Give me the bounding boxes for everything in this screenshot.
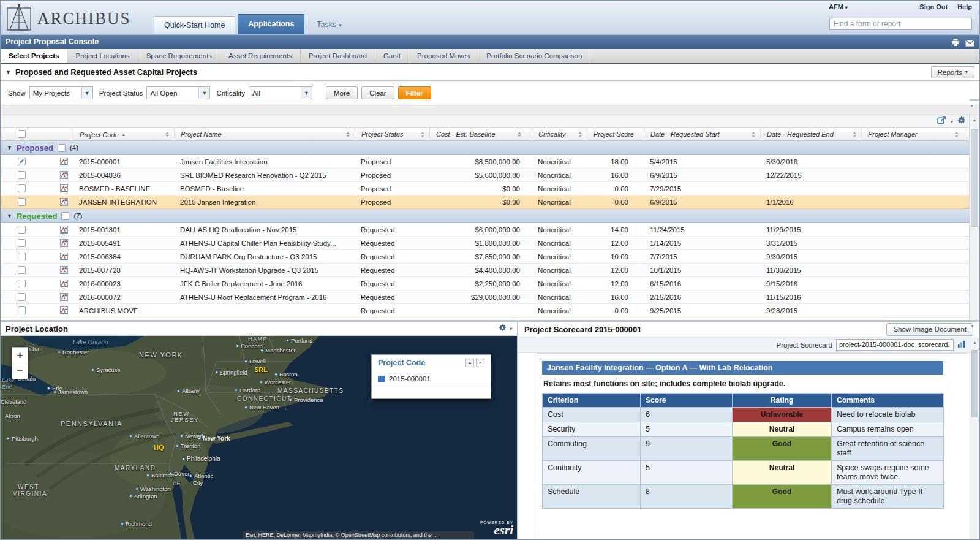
- find-form-input[interactable]: [829, 18, 972, 30]
- map-canvas[interactable]: Lake OntarioHamiltonRochesterNEW YORKHAM…: [1, 336, 517, 540]
- criticality-select[interactable]: All ▼: [249, 86, 312, 99]
- afm-menu[interactable]: AFM▾: [829, 3, 848, 10]
- map-label-text: Portland: [291, 337, 312, 344]
- row-checkbox[interactable]: [18, 306, 26, 314]
- chevron-down-icon[interactable]: ▾: [510, 326, 512, 332]
- tab-gantt[interactable]: Gantt: [375, 49, 409, 63]
- tab-project-locations[interactable]: Project Locations: [67, 49, 138, 63]
- row-checkbox[interactable]: ✓: [18, 158, 26, 165]
- project-row-2016-000023[interactable]: 2016-000023JFK C Boiler Replacement - Ju…: [1, 277, 979, 291]
- group-checkbox[interactable]: [58, 144, 66, 152]
- column-header-date-requested-start[interactable]: Date - Requested Start: [644, 128, 759, 141]
- column-header-project-manager[interactable]: Project Manager: [861, 128, 962, 141]
- zoom-in-button[interactable]: +: [12, 347, 28, 363]
- project-row-2015-001301[interactable]: 2015-001301DALLAS HQ Reallocation - Nov …: [1, 223, 979, 237]
- popup-close-icon[interactable]: ×: [476, 359, 484, 367]
- sort-icon[interactable]: [626, 132, 630, 137]
- sign-out-link[interactable]: Sign Out: [919, 3, 948, 10]
- show-select[interactable]: My Projects ▼: [29, 86, 93, 99]
- row-checkbox[interactable]: [18, 198, 26, 206]
- column-header-date-requested-end[interactable]: Date - Requested End: [760, 128, 860, 141]
- row-checkbox[interactable]: [18, 266, 26, 274]
- grid-vertical-scrollbar[interactable]: ▲ ▼: [969, 115, 979, 320]
- column-header-cost-est-baseline[interactable]: Cost - Est. Baseline: [429, 128, 525, 141]
- collapse-triangle-icon[interactable]: ▼: [7, 145, 12, 151]
- nav-quick-start-home[interactable]: Quick-Start Home: [154, 16, 235, 34]
- gear-icon[interactable]: [957, 116, 966, 127]
- sort-icon[interactable]: [165, 132, 170, 137]
- sort-icon[interactable]: [752, 132, 756, 137]
- clear-button[interactable]: Clear: [361, 86, 394, 99]
- zoom-out-button[interactable]: −: [12, 363, 28, 379]
- project-row-2016-000072[interactable]: 2016-000072ATHENS-U Roof Replacement Pro…: [1, 291, 979, 304]
- tab-project-dashboard[interactable]: Project Dashboard: [301, 49, 375, 63]
- chart-icon[interactable]: [957, 340, 966, 349]
- column-header-project-status[interactable]: Project Status: [355, 128, 428, 141]
- tab-proposed-moves[interactable]: Proposed Moves: [409, 49, 478, 63]
- print-icon[interactable]: [951, 37, 960, 51]
- project-row-jansen-integration[interactable]: JANSEN-INTEGRATION2015 Jansen Integratio…: [1, 196, 979, 209]
- tab-select-projects[interactable]: Select Projects: [1, 49, 67, 63]
- cell-score: 0.00: [587, 196, 633, 209]
- project-row-2015-004836[interactable]: 2015-004836SRL BIOMED Research Renovatio…: [1, 169, 979, 182]
- map-label-text: Atlantic: [194, 473, 213, 479]
- collapse-triangle-icon[interactable]: ▼: [7, 213, 12, 219]
- row-checkbox[interactable]: [18, 226, 26, 234]
- export-icon[interactable]: [937, 116, 946, 127]
- more-button[interactable]: More: [326, 86, 358, 99]
- scroll-thumb[interactable]: [971, 350, 978, 417]
- collapse-triangle-icon[interactable]: ▼: [6, 69, 11, 75]
- popup-collapse-icon[interactable]: ▴: [466, 359, 474, 367]
- city-dot: [260, 349, 263, 352]
- nav-applications[interactable]: Applications: [238, 14, 304, 34]
- group-header-proposed[interactable]: ▼Proposed(4): [1, 141, 979, 155]
- filter-button[interactable]: Filter: [398, 86, 431, 99]
- project-row-2015-005491[interactable]: 2015-005491ATHENS-U Capital Chiller Plan…: [1, 237, 979, 250]
- scroll-thumb[interactable]: [971, 129, 978, 227]
- comment-cell: Great retention of science staff: [832, 437, 944, 461]
- project-row-2015-007728[interactable]: 2015-007728HQ-AWS-IT Workstation Upgrade…: [1, 264, 979, 277]
- sort-icon[interactable]: [518, 132, 522, 137]
- sort-icon[interactable]: [578, 132, 582, 137]
- map-label-text: Dover: [174, 470, 189, 477]
- sort-icon[interactable]: [853, 132, 857, 137]
- select-all-checkbox[interactable]: [18, 130, 26, 138]
- nav-tasks[interactable]: Tasks▾: [307, 16, 351, 34]
- column-header-project-score[interactable]: Project Score: [587, 128, 633, 141]
- tab-space-requirements[interactable]: Space Requirements: [138, 49, 221, 63]
- sort-icon[interactable]: [421, 132, 425, 137]
- group-header-requested[interactable]: ▼Requested(7): [1, 209, 979, 223]
- scorecard-vertical-scrollbar[interactable]: ▲ ▼: [970, 338, 979, 540]
- row-checkbox[interactable]: [18, 184, 26, 192]
- project-row-2015-000001[interactable]: ✓2015-000001Jansen Facilities Integratio…: [1, 155, 979, 169]
- row-checkbox[interactable]: [18, 253, 26, 260]
- column-header-criticality[interactable]: Criticality: [532, 128, 586, 141]
- project-row-archibus-move[interactable]: ARCHIBUS MOVERequestedNoncritical0.009/2…: [1, 304, 979, 318]
- reports-button[interactable]: Reports ▾: [931, 66, 974, 78]
- popup-legend-item[interactable]: 2015-000001: [372, 371, 491, 387]
- mail-icon[interactable]: [965, 37, 974, 51]
- sort-icon[interactable]: [346, 132, 350, 137]
- help-link[interactable]: Help: [957, 3, 972, 10]
- tab-asset-requirements[interactable]: Asset Requirements: [221, 49, 301, 63]
- city-dot: [169, 472, 172, 475]
- row-checkbox[interactable]: [18, 280, 26, 287]
- sort-icon[interactable]: [955, 132, 959, 137]
- project-status-select[interactable]: All Open ▼: [146, 86, 210, 99]
- show-image-document-button[interactable]: Show Image Document: [886, 323, 973, 336]
- row-checkbox[interactable]: [18, 171, 26, 179]
- column-header-project-name[interactable]: Project Name: [174, 128, 353, 141]
- scorecard-document-input[interactable]: project-2015-000001-doc_scorecard.: [836, 339, 954, 351]
- column-header-project-code[interactable]: Project Code▲: [73, 128, 173, 141]
- map-label-akron: Akron: [5, 413, 20, 419]
- chevron-down-icon[interactable]: ▾: [951, 119, 953, 124]
- tab-portfolio-scenario-comparison[interactable]: Portfolio Scenario Comparison: [478, 49, 590, 63]
- cell-score: 0.00: [587, 304, 633, 318]
- row-checkbox[interactable]: [18, 293, 26, 301]
- project-row-2015-006384[interactable]: 2015-006384DURHAM PARK Org Restructure -…: [1, 250, 979, 264]
- project-row-bosmed-baseline[interactable]: BOSMED - BASELINEBOSMED - BaselinePropos…: [1, 182, 979, 196]
- cell-cost: $0.00: [429, 182, 525, 196]
- row-checkbox[interactable]: [18, 239, 26, 247]
- group-checkbox[interactable]: [61, 212, 69, 220]
- gear-icon[interactable]: [499, 324, 507, 333]
